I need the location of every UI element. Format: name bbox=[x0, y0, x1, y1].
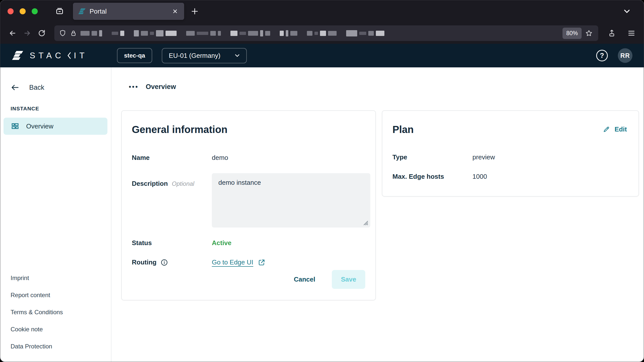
type-value: preview bbox=[472, 153, 495, 161]
max-edge-hosts-label: Max. Edge hosts bbox=[392, 173, 472, 180]
project-badge[interactable]: stec-qa bbox=[117, 48, 152, 63]
sidebar-section-title: INSTANCE bbox=[11, 106, 100, 112]
type-row: Type preview bbox=[392, 153, 628, 161]
firefox-view-icon[interactable] bbox=[55, 7, 64, 16]
save-button[interactable]: Save bbox=[332, 270, 365, 289]
type-label: Type bbox=[392, 153, 472, 161]
general-card-title: General information bbox=[132, 124, 365, 135]
tab-strip: Portal bbox=[0, 0, 644, 23]
browser-window: Portal bbox=[0, 0, 644, 362]
max-edge-hosts-row: Max. Edge hosts 1000 bbox=[392, 173, 628, 180]
stackit-logo: STAC IT bbox=[12, 50, 88, 61]
share-icon[interactable] bbox=[606, 27, 618, 39]
page-content: ••• Overview General information Name de… bbox=[111, 67, 644, 362]
window-close-button[interactable] bbox=[8, 8, 14, 14]
region-selector-value: EU-01 (Germany) bbox=[169, 52, 220, 60]
tab-list-chevron-down-icon[interactable] bbox=[622, 7, 631, 16]
stackit-wordmark: STAC IT bbox=[30, 51, 88, 60]
shield-icon[interactable] bbox=[59, 29, 66, 37]
go-to-edge-ui-link[interactable]: Go to Edge UI bbox=[212, 258, 265, 266]
plan-card-title: Plan bbox=[392, 124, 414, 135]
description-label: Description Optional bbox=[132, 173, 212, 188]
footer-link-cookie-note[interactable]: Cookie note bbox=[11, 326, 100, 333]
reload-button[interactable] bbox=[36, 27, 48, 39]
optional-hint: Optional bbox=[172, 180, 194, 187]
edit-button-label: Edit bbox=[615, 125, 627, 133]
status-label: Status bbox=[132, 239, 212, 247]
url-bar[interactable]: 80% bbox=[54, 25, 598, 41]
stackit-logo-icon bbox=[12, 50, 23, 61]
breadcrumb-ellipsis-button[interactable]: ••• bbox=[129, 83, 139, 91]
routing-label: Routing bbox=[132, 258, 212, 266]
sidebar-item-label: Overview bbox=[26, 122, 53, 130]
page-title: Overview bbox=[146, 83, 176, 91]
general-information-card: General information Name demo Descriptio… bbox=[121, 110, 376, 300]
toolbar-right-icons bbox=[606, 27, 637, 39]
breadcrumb: ••• Overview bbox=[129, 83, 639, 91]
status-row: Status Active bbox=[132, 239, 365, 247]
name-label: Name bbox=[132, 154, 212, 162]
name-row: Name demo bbox=[132, 154, 365, 162]
footer-link-data-protection[interactable]: Data Protection bbox=[11, 343, 100, 350]
sidebar-item-overview[interactable]: Overview bbox=[4, 118, 107, 135]
info-icon[interactable] bbox=[160, 259, 168, 266]
sidebar: Back INSTANCE Overview Imprint Report co… bbox=[0, 67, 111, 362]
edit-button[interactable]: Edit bbox=[601, 124, 628, 133]
external-link-icon bbox=[258, 259, 265, 266]
pencil-icon bbox=[602, 126, 610, 133]
redacted-url-text bbox=[80, 25, 560, 41]
main-area: Back INSTANCE Overview Imprint Report co… bbox=[0, 67, 644, 362]
region-selector[interactable]: EU-01 (Germany) bbox=[162, 48, 247, 63]
zoom-level-badge[interactable]: 80% bbox=[562, 28, 582, 39]
window-controls bbox=[8, 8, 38, 14]
back-button[interactable] bbox=[7, 27, 19, 39]
sidebar-footer: Imprint Report content Terms & Condition… bbox=[0, 275, 111, 350]
app-header: STAC IT stec-qa EU-01 (Germany) ? RR bbox=[0, 44, 644, 67]
tab-close-icon[interactable] bbox=[171, 7, 179, 15]
footer-link-terms-conditions[interactable]: Terms & Conditions bbox=[11, 309, 100, 316]
tab-portal[interactable]: Portal bbox=[73, 3, 184, 20]
description-row: Description Optional demo instance bbox=[132, 173, 365, 228]
footer-link-report-content[interactable]: Report content bbox=[11, 292, 100, 299]
new-tab-button[interactable] bbox=[191, 7, 199, 15]
lock-icon[interactable] bbox=[70, 30, 77, 37]
max-edge-hosts-value: 1000 bbox=[472, 173, 487, 180]
sidebar-back-label: Back bbox=[29, 84, 44, 92]
name-value: demo bbox=[212, 154, 228, 162]
description-textarea[interactable]: demo instance bbox=[212, 173, 370, 228]
stackit-k-bracket-icon bbox=[67, 51, 71, 60]
arrow-left-icon bbox=[11, 83, 20, 92]
plan-card: Plan Edit Type preview Max. Edge hosts 1… bbox=[382, 110, 639, 197]
window-maximize-button[interactable] bbox=[32, 8, 38, 14]
avatar[interactable]: RR bbox=[618, 48, 632, 63]
chevron-down-icon bbox=[234, 52, 241, 59]
tab-title: Portal bbox=[90, 8, 167, 15]
menu-hamburger-icon[interactable] bbox=[625, 27, 637, 39]
help-button[interactable]: ? bbox=[596, 50, 608, 61]
status-badge: Active bbox=[212, 239, 231, 247]
dashboard-icon bbox=[11, 122, 19, 130]
stackit-favicon-icon bbox=[78, 8, 86, 15]
form-actions: Cancel Save bbox=[132, 270, 365, 289]
sidebar-back-button[interactable]: Back bbox=[0, 83, 111, 92]
footer-link-imprint[interactable]: Imprint bbox=[11, 275, 100, 282]
browser-toolbar: 80% bbox=[0, 23, 644, 44]
bookmark-star-icon[interactable] bbox=[584, 28, 594, 38]
routing-row: Routing Go to Edge UI bbox=[132, 258, 365, 266]
forward-button[interactable] bbox=[21, 27, 33, 39]
window-minimize-button[interactable] bbox=[20, 8, 26, 14]
cancel-button[interactable]: Cancel bbox=[292, 275, 317, 284]
